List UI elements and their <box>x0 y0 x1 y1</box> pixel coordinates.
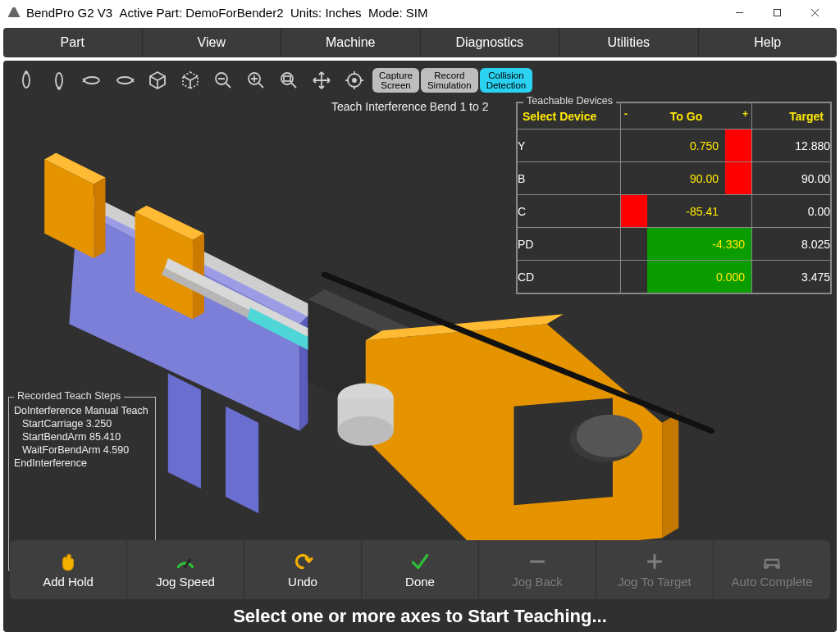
mode-value: SIM <box>406 6 428 20</box>
device-target: 3.475 <box>752 261 831 293</box>
togo-band-plus <box>725 195 751 227</box>
togo-band-minus <box>621 228 647 260</box>
capture-screen-button[interactable]: Capture Screen <box>372 68 419 93</box>
recorded-teach-steps-title: Recorded Teach Steps <box>14 390 124 402</box>
togo-value: 0.000 <box>647 261 751 293</box>
device-target: 0.00 <box>752 195 831 228</box>
teachable-devices-panel: Teachable Devices Select Device - To Go … <box>516 102 832 294</box>
view-toolbar: Capture Screen Record Simulation Collisi… <box>10 66 532 95</box>
teach-step-line: StartBendArm 85.410 <box>14 430 150 443</box>
menu-machine[interactable]: Machine <box>281 28 421 57</box>
menubar: Part View Machine Diagnostics Utilities … <box>3 28 837 57</box>
device-name: C <box>518 195 621 228</box>
teach-step-line: EndInterference <box>14 457 150 470</box>
svg-point-33 <box>117 77 132 84</box>
add-hold-label: Add Hold <box>43 575 94 589</box>
device-row[interactable]: CD0.0003.475 <box>518 261 831 293</box>
window-titlebar: BendPro G2 V3 Active Part: DemoForBender… <box>0 0 840 25</box>
status-message: Select one or more axes to Start Teachin… <box>3 606 837 627</box>
device-row[interactable]: B90.0090.00 <box>518 162 831 195</box>
svg-marker-24 <box>662 413 678 539</box>
cube-wire-icon[interactable] <box>174 66 207 95</box>
units-label: Units: <box>290 6 322 20</box>
svg-rect-43 <box>284 76 290 81</box>
window-minimize-button[interactable] <box>720 0 758 25</box>
svg-rect-1 <box>774 9 780 16</box>
device-row[interactable]: PD-4.3308.025 <box>518 228 831 261</box>
svg-marker-12 <box>94 178 105 258</box>
device-name: Y <box>518 130 621 162</box>
togo-band-minus <box>621 130 647 161</box>
menu-view[interactable]: View <box>143 28 282 57</box>
done-label: Done <box>405 575 435 589</box>
undo-icon <box>292 552 313 571</box>
svg-line-35 <box>226 83 231 88</box>
units-value: Inches <box>325 6 361 20</box>
minus-icon <box>527 552 548 571</box>
device-target: 12.880 <box>752 130 831 162</box>
togo-value: 0.750 <box>647 130 725 161</box>
togo-value: 90.00 <box>647 162 725 194</box>
svg-point-45 <box>353 79 356 82</box>
togo-band-minus <box>621 162 647 194</box>
orbit-left-icon[interactable] <box>75 66 108 95</box>
pan-icon[interactable] <box>305 66 338 95</box>
col-select-device: Select Device <box>518 103 621 130</box>
jog-back-button[interactable]: Jog Back <box>479 540 596 599</box>
cube-solid-icon[interactable] <box>141 66 174 95</box>
rotate-y-icon[interactable] <box>10 66 43 95</box>
app-title: BendPro G2 V3 <box>26 6 112 20</box>
undo-button[interactable]: Undo <box>244 540 362 599</box>
togo-value: -4.330 <box>647 228 751 260</box>
zoom-in-icon[interactable] <box>240 66 272 95</box>
col-to-go: - To Go + <box>621 103 752 130</box>
device-row[interactable]: C-85.410.00 <box>518 195 831 228</box>
jog-speed-button[interactable]: Jog Speed <box>127 540 244 599</box>
col-target: Target <box>752 103 831 130</box>
svg-marker-9 <box>226 407 258 514</box>
togo-band-plus <box>725 162 751 194</box>
zoom-out-icon[interactable] <box>207 66 240 95</box>
gauge-icon <box>175 552 196 571</box>
device-name: PD <box>518 228 621 261</box>
teach-step-line: DoInterference Manual Teach <box>14 404 150 417</box>
togo-value: -85.41 <box>647 195 725 227</box>
auto-complete-button[interactable]: Auto Complete <box>714 540 830 599</box>
menu-help[interactable]: Help <box>699 28 838 57</box>
teach-hint-label: Teach Interference Bend 1 to 2 <box>331 100 488 113</box>
device-togo: 0.000 <box>621 261 752 293</box>
device-row[interactable]: Y0.75012.880 <box>518 130 831 162</box>
active-part-value: DemoForBender2 <box>185 6 283 20</box>
togo-band-minus <box>621 261 647 293</box>
window-close-button[interactable] <box>796 0 833 25</box>
svg-line-38 <box>258 83 263 88</box>
togo-band-plus <box>725 130 751 161</box>
device-togo: -4.330 <box>621 228 752 261</box>
collision-detection-button[interactable]: Collision Detection <box>480 68 533 93</box>
teach-step-line: WaitForBendArm 4.590 <box>14 443 150 457</box>
center-icon[interactable] <box>338 66 371 95</box>
window-maximize-button[interactable] <box>758 0 796 25</box>
svg-line-42 <box>291 83 296 88</box>
zoom-window-icon[interactable] <box>272 66 305 95</box>
menu-part[interactable]: Part <box>3 28 143 57</box>
jog-back-label: Jog Back <box>512 575 563 589</box>
jog-to-target-button[interactable]: Jog To Target <box>596 540 714 599</box>
svg-point-32 <box>84 77 99 84</box>
add-hold-button[interactable]: Add Hold <box>10 540 127 599</box>
record-simulation-button[interactable]: Record Simulation <box>421 68 478 93</box>
device-name: CD <box>518 261 621 293</box>
rotate-x-icon[interactable] <box>43 66 75 95</box>
menu-utilities[interactable]: Utilities <box>559 28 699 57</box>
check-icon <box>409 552 431 571</box>
device-target: 90.00 <box>752 162 831 195</box>
svg-point-54 <box>766 565 769 567</box>
device-togo: 0.750 <box>621 130 752 162</box>
teach-step-line: StartCarriage 3.250 <box>14 417 150 430</box>
svg-point-31 <box>338 416 394 446</box>
jog-to-target-label: Jog To Target <box>618 575 692 589</box>
togo-minus-label: - <box>624 108 628 120</box>
done-button[interactable]: Done <box>362 540 479 599</box>
menu-diagnostics[interactable]: Diagnostics <box>421 28 560 57</box>
orbit-right-icon[interactable] <box>108 66 141 95</box>
